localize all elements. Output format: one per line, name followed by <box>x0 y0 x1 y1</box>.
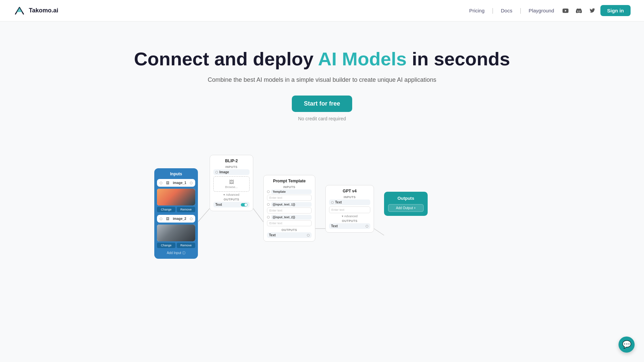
blip-text-label: Text <box>215 203 239 206</box>
svg-line-3 <box>374 229 384 235</box>
blip-title: BLIP-2 <box>213 159 250 163</box>
blip-browse-box[interactable]: 🖼 Browse... <box>213 176 250 192</box>
blip-output-row: Text <box>213 202 250 207</box>
input-image-2 <box>157 225 195 241</box>
youtube-icon[interactable] <box>560 5 571 16</box>
headline-highlight: AI Models <box>318 48 407 69</box>
prompt-text-output-label: Text <box>269 233 306 237</box>
blip-toggle[interactable] <box>241 203 248 206</box>
svg-line-1 <box>253 208 263 222</box>
add-output-button[interactable]: Add Output + <box>388 204 424 212</box>
gpt-card: GPT v4 INPUTS Text Enter text ▾ Advanced… <box>325 185 374 233</box>
prompt-radio-2 <box>267 203 270 206</box>
nav-right: Pricing | Docs | Playground Sign in <box>466 5 631 16</box>
input-item-1: 🖼 image_1 <box>157 179 195 187</box>
hero-section: Connect and deploy AI Models in seconds … <box>0 21 644 135</box>
prompt-input2-label: {{input_text_2}} <box>271 215 312 220</box>
prompt-inputs-label: INPUTS <box>267 185 312 189</box>
blip-image-label: Image <box>219 170 248 174</box>
navbar: Takomo.ai Pricing | Docs | Playground Si… <box>0 0 644 21</box>
blip-radio <box>215 171 218 174</box>
outputs-card: Outputs Add Output + <box>384 192 428 216</box>
change-btn-1[interactable]: Change <box>157 207 175 212</box>
inputs-card-title: Inputs <box>157 172 195 176</box>
prompt-input1-row: {{input_text_1}} <box>267 202 312 207</box>
hero-headline: Connect and deploy AI Models in seconds <box>13 48 631 70</box>
blip-inputs-label: INPUTS <box>213 165 250 169</box>
sep1: | <box>492 7 494 14</box>
blip-advanced-link[interactable]: ▾ Advanced <box>213 193 250 196</box>
btn-row-2: Change Remove <box>157 243 195 248</box>
svg-line-0 <box>198 208 210 222</box>
blip-image-row: Image <box>213 169 250 175</box>
browse-icon: 🖼 <box>216 179 247 185</box>
sep2: | <box>520 7 521 14</box>
no-credit-card-text: No credit card required <box>13 116 631 121</box>
logo-icon <box>13 5 25 17</box>
docs-link[interactable]: Docs <box>497 6 516 15</box>
prompt-input2-row: {{input_text_2}} <box>267 215 312 220</box>
inputs-card: Inputs 🖼 image_1 Change Remove 🖼 image_2 <box>154 168 198 259</box>
remove-btn-1[interactable]: Remove <box>177 207 195 212</box>
outputs-card-title: Outputs <box>388 196 424 201</box>
gpt-output-dot <box>366 225 368 228</box>
prompt-template-label: Template <box>271 189 312 194</box>
prompt-output-dot <box>307 234 310 237</box>
logo-link[interactable]: Takomo.ai <box>13 5 58 17</box>
prompt-enter-text-2[interactable]: Enter text <box>267 207 312 214</box>
connector-lines <box>154 155 490 296</box>
chat-bubble[interactable]: 💬 <box>619 337 635 353</box>
gpt-text-row: Text <box>329 199 370 205</box>
prompt-title: Prompt Template <box>267 179 312 183</box>
prompt-enter-text-1[interactable]: Enter text <box>267 195 312 201</box>
cta-button[interactable]: Start for free <box>292 96 352 112</box>
playground-link[interactable]: Playground <box>525 6 557 15</box>
prompt-radio-1 <box>267 190 270 193</box>
twitter-icon[interactable] <box>587 5 598 16</box>
chat-icon: 💬 <box>622 340 631 349</box>
change-btn-2[interactable]: Change <box>157 243 175 248</box>
btn-row-1: Change Remove <box>157 207 195 212</box>
headline-post: in seconds <box>407 48 510 69</box>
gpt-output-row: Text <box>329 223 370 229</box>
prompt-card: Prompt Template INPUTS Template Enter te… <box>263 175 315 242</box>
img2-placeholder <box>157 225 195 241</box>
blip-outputs-label: OUTPUTS <box>213 198 250 201</box>
discord-icon[interactable] <box>574 5 584 16</box>
browse-label: Browse... <box>216 185 247 189</box>
radio-dot-right-1 <box>190 182 193 184</box>
gpt-advanced-link[interactable]: ▾ Advanced <box>329 215 370 218</box>
gpt-radio <box>331 201 334 204</box>
remove-btn-2[interactable]: Remove <box>177 243 195 248</box>
gpt-inputs-label: INPUTS <box>329 195 370 199</box>
headline-pre: Connect and deploy <box>134 48 318 69</box>
gpt-title: GPT v4 <box>329 189 370 193</box>
input1-label: image_1 <box>173 181 186 185</box>
prompt-radio-3 <box>267 216 270 219</box>
input2-label: image_2 <box>173 217 186 221</box>
pricing-link[interactable]: Pricing <box>466 6 488 15</box>
gpt-text-label: Text <box>335 200 368 204</box>
prompt-enter-text-3[interactable]: Enter text <box>267 220 312 226</box>
blip-card: BLIP-2 INPUTS Image 🖼 Browse... ▾ Advanc… <box>210 155 253 211</box>
prompt-input1-label: {{input_text_1}} <box>271 202 312 207</box>
radio-dot-2 <box>160 218 162 220</box>
prompt-output-row: Text <box>267 232 312 238</box>
radio-dot-1 <box>160 182 162 184</box>
radio-dot-right-2 <box>190 218 193 220</box>
input-item-2: 🖼 image_2 <box>157 215 195 223</box>
hero-subtext: Combine the best AI models in a simple v… <box>13 76 631 83</box>
gpt-text-output: Text <box>331 224 364 228</box>
signin-button[interactable]: Sign in <box>600 5 631 16</box>
gpt-outputs-label: OUTPUTS <box>329 219 370 223</box>
input-image-1 <box>157 189 195 205</box>
add-input-btn[interactable]: Add Input ⓘ <box>157 251 195 255</box>
logo-text: Takomo.ai <box>29 7 58 14</box>
gpt-enter-text[interactable]: Enter text <box>329 206 370 213</box>
diagram-section: Inputs 🖼 image_1 Change Remove 🖼 image_2 <box>154 155 490 296</box>
prompt-outputs-label: OUTPUTS <box>267 228 312 232</box>
img1-placeholder <box>157 189 195 205</box>
prompt-template-row: Template <box>267 189 312 194</box>
